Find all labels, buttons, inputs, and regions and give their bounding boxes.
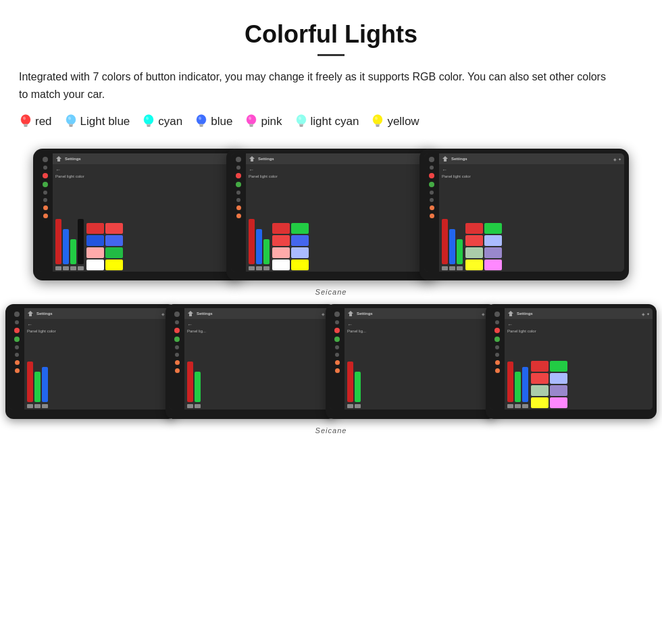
color-item-yellow: yellow [371, 114, 419, 130]
color-legend: red Light blue cyan blue pink light cyan [0, 112, 662, 142]
screen-top-3: Settings ◈ ✦ ←Panel light color [424, 153, 624, 272]
bulb-icon-yellow [371, 114, 384, 130]
svg-rect-28 [299, 126, 303, 127]
description-text: Integrated with 7 colors of button indic… [0, 68, 635, 112]
device-top-2: Settings ◈ ✦ ←Panel light color [226, 149, 436, 280]
bulb-icon-pink [245, 114, 258, 130]
device-bottom-1: Settings ◈ ✦ ←Panel light color [5, 304, 176, 419]
device-bottom-2: Settings ◈ ✦ ←Panel lig... [166, 304, 336, 419]
screen-top-1: Settings ◈ ✦ ←Panel light color [38, 153, 238, 272]
screens-bottom-row: Settings ◈ ✦ ←Panel light color Settings… [11, 304, 651, 419]
svg-rect-2 [24, 124, 28, 126]
svg-rect-3 [24, 126, 28, 127]
svg-point-21 [247, 115, 257, 125]
bulb-icon-cyan [142, 114, 155, 130]
screen-top-2: Settings ◈ ✦ ←Panel light color [231, 153, 431, 272]
svg-point-1 [21, 115, 31, 125]
screen-bottom-2: Settings ◈ ✦ ←Panel lig... [170, 308, 332, 410]
color-label-yellow: yellow [387, 115, 419, 128]
bulb-icon-Light-blue [64, 114, 78, 130]
color-label-Light-blue: Light blue [80, 115, 130, 128]
watermark-top: Seicane [11, 286, 651, 296]
svg-rect-18 [200, 126, 203, 127]
svg-point-16 [197, 115, 207, 125]
color-item-light-cyan: light cyan [295, 114, 359, 130]
svg-rect-8 [69, 126, 72, 127]
svg-point-11 [144, 115, 154, 125]
svg-rect-27 [299, 124, 303, 126]
color-item-Light-blue: Light blue [64, 114, 130, 130]
svg-rect-17 [199, 124, 203, 126]
svg-rect-13 [147, 126, 151, 127]
device-bottom-3: Settings ◈ ✦ ←Panel lig... [326, 304, 496, 419]
screens-top-row: Settings ◈ ✦ ←Panel light color Settings… [11, 149, 651, 280]
color-item-blue: blue [195, 114, 232, 130]
bulb-icon-light-cyan [295, 114, 308, 130]
watermark-bottom: Seicane [11, 424, 651, 435]
device-top-3: Settings ◈ ✦ ←Panel light color [419, 149, 629, 280]
color-label-blue: blue [211, 115, 232, 128]
bulb-icon-red [19, 114, 32, 130]
svg-rect-33 [376, 126, 380, 127]
screen-bottom-3: Settings ◈ ✦ ←Panel lig... [330, 308, 492, 410]
color-item-cyan: cyan [142, 114, 182, 130]
svg-point-6 [66, 115, 76, 125]
color-label-red: red [35, 115, 52, 128]
color-label-light-cyan: light cyan [311, 115, 359, 128]
color-label-pink: pink [261, 115, 282, 128]
screens-section: Settings ◈ ✦ ←Panel light color Settings… [0, 142, 662, 441]
color-label-cyan: cyan [158, 115, 182, 128]
device-top-1: Settings ◈ ✦ ←Panel light color [33, 149, 243, 280]
svg-rect-7 [69, 124, 73, 126]
svg-rect-32 [376, 124, 380, 126]
svg-point-31 [373, 115, 383, 125]
device-bottom-4: Settings ◈ ✦ ←Panel light color [486, 304, 657, 419]
svg-rect-22 [249, 124, 253, 126]
svg-rect-12 [147, 124, 151, 126]
screen-bottom-4: Settings ◈ ✦ ←Panel light color [490, 308, 653, 410]
svg-point-26 [296, 115, 306, 125]
bulb-icon-blue [195, 114, 208, 130]
screen-bottom-1: Settings ◈ ✦ ←Panel light color [9, 308, 172, 410]
page-title: Colorful Lights [0, 0, 662, 54]
color-item-pink: pink [245, 114, 282, 130]
svg-rect-23 [250, 126, 253, 127]
color-item-red: red [19, 114, 52, 130]
title-divider [317, 54, 345, 56]
